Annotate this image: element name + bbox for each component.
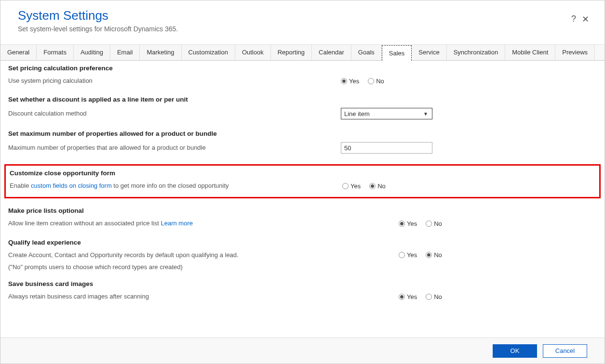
tab-reporting[interactable]: Reporting <box>271 45 312 60</box>
tab-marketing[interactable]: Marketing <box>140 45 181 60</box>
setting-label: Always retain business card images after… <box>8 292 399 301</box>
tab-email[interactable]: Email <box>110 45 140 60</box>
setting-label: Discount calculation method <box>8 109 341 118</box>
section-title: Save business card images <box>8 280 597 287</box>
highlighted-section: Customize close opportunity form Enable … <box>4 164 601 198</box>
tab-general[interactable]: General <box>0 45 37 60</box>
setting-sublabel: ("No" prompts users to choose which reco… <box>8 262 341 272</box>
radio-icon <box>399 221 405 227</box>
tab-customization[interactable]: Customization <box>182 45 235 60</box>
radio-yes[interactable]: Yes <box>342 182 361 190</box>
max-properties-input[interactable] <box>341 142 432 154</box>
section-discount: Set whether a discount is applied as a l… <box>8 96 597 121</box>
tab-previews[interactable]: Previews <box>555 45 595 60</box>
tab-bar: GeneralFormatsAuditingEmailMarketingCust… <box>0 45 605 61</box>
help-icon[interactable]: ? <box>571 14 576 25</box>
tab-calendar[interactable]: Calendar <box>312 45 351 60</box>
cancel-button[interactable]: Cancel <box>543 344 587 358</box>
setting-label: Allow line item creation without an asso… <box>8 219 399 228</box>
section-title: Set maximum number of properties allowed… <box>8 130 597 137</box>
dialog-footer: OK Cancel <box>0 338 605 364</box>
section-title: Qualify lead experience <box>8 239 597 246</box>
section-title: Make price lists optional <box>8 207 597 214</box>
settings-content: Set pricing calculation preference Use s… <box>0 61 605 313</box>
section-close-opportunity: Customize close opportunity form Enable … <box>10 169 595 192</box>
radio-yes[interactable]: Yes <box>399 220 417 227</box>
setting-label: Enable custom fields on closing form to … <box>10 182 342 190</box>
setting-label: Use system pricing calculation <box>8 77 341 85</box>
radio-icon <box>399 294 405 300</box>
close-icon[interactable]: ✕ <box>582 14 589 25</box>
section-price-lists: Make price lists optional Allow line ite… <box>8 207 597 230</box>
radio-icon <box>399 252 405 258</box>
section-title: Customize close opportunity form <box>10 169 595 177</box>
radio-yes[interactable]: Yes <box>399 293 417 300</box>
radio-icon <box>426 294 432 300</box>
radio-yes[interactable]: Yes <box>341 78 359 85</box>
radio-icon <box>426 252 432 258</box>
tab-synchronization[interactable]: Synchronization <box>447 45 506 60</box>
tab-auditing[interactable]: Auditing <box>74 45 110 60</box>
section-max-properties: Set maximum number of properties allowed… <box>8 130 597 156</box>
section-business-card: Save business card images Always retain … <box>8 280 597 303</box>
radio-yes[interactable]: Yes <box>399 251 417 259</box>
page-title: System Settings <box>18 8 589 23</box>
radio-no[interactable]: No <box>426 220 442 227</box>
discount-method-select[interactable]: Line item <box>341 108 432 119</box>
radio-no[interactable]: No <box>426 293 442 300</box>
tab-service[interactable]: Service <box>412 45 446 60</box>
radio-no[interactable]: No <box>369 182 386 190</box>
tab-sales[interactable]: Sales <box>382 45 412 61</box>
section-title: Set pricing calculation preference <box>8 65 597 72</box>
radio-icon <box>341 78 347 84</box>
tab-formats[interactable]: Formats <box>37 45 74 60</box>
section-pricing: Set pricing calculation preference Use s… <box>8 65 597 87</box>
tab-outlook[interactable]: Outlook <box>235 45 271 60</box>
custom-fields-link[interactable]: custom fields on closing form <box>31 182 112 189</box>
radio-icon <box>342 183 349 189</box>
radio-no[interactable]: No <box>368 78 384 85</box>
tab-goals[interactable]: Goals <box>351 45 382 60</box>
dialog-header: System Settings Set system-level setting… <box>0 0 605 45</box>
ok-button[interactable]: OK <box>493 344 537 358</box>
learn-more-link[interactable]: Learn more <box>161 220 192 227</box>
section-qualify-lead: Qualify lead experience Create Account, … <box>8 239 597 272</box>
setting-label: Create Account, Contact and Opportunity … <box>8 251 399 260</box>
page-subtitle: Set system-level settings for Microsoft … <box>18 25 589 33</box>
setting-label: Maximum number of properties that are al… <box>8 143 341 152</box>
radio-icon <box>368 78 374 84</box>
tab-mobile-client[interactable]: Mobile Client <box>505 45 555 60</box>
radio-no[interactable]: No <box>426 251 442 259</box>
section-title: Set whether a discount is applied as a l… <box>8 96 597 103</box>
radio-icon <box>369 183 376 189</box>
radio-icon <box>426 221 432 227</box>
